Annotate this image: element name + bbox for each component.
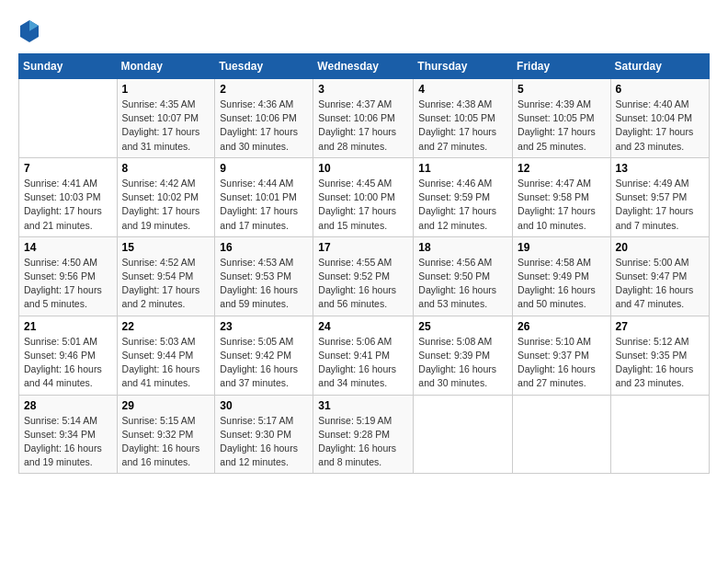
calendar-cell xyxy=(19,79,118,158)
day-info: Sunrise: 5:05 AM Sunset: 9:42 PM Dayligh… xyxy=(220,335,308,391)
day-number: 24 xyxy=(318,320,408,333)
calendar-cell: 11Sunrise: 4:46 AM Sunset: 9:59 PM Dayli… xyxy=(414,157,513,236)
day-number: 22 xyxy=(122,320,210,333)
calendar-cell: 28Sunrise: 5:14 AM Sunset: 9:34 PM Dayli… xyxy=(19,395,118,474)
day-number: 26 xyxy=(518,320,606,333)
week-row-4: 21Sunrise: 5:01 AM Sunset: 9:46 PM Dayli… xyxy=(19,316,710,395)
header xyxy=(18,18,710,44)
day-number: 29 xyxy=(122,399,210,412)
week-row-5: 28Sunrise: 5:14 AM Sunset: 9:34 PM Dayli… xyxy=(19,395,710,474)
col-header-thursday: Thursday xyxy=(414,54,513,79)
page-container: SundayMondayTuesdayWednesdayThursdayFrid… xyxy=(0,0,728,483)
day-info: Sunrise: 4:37 AM Sunset: 10:06 PM Daylig… xyxy=(318,98,408,154)
calendar-cell: 31Sunrise: 5:19 AM Sunset: 9:28 PM Dayli… xyxy=(313,395,414,474)
day-number: 3 xyxy=(318,83,408,96)
calendar-cell: 8Sunrise: 4:42 AM Sunset: 10:02 PM Dayli… xyxy=(117,157,215,236)
week-row-2: 7Sunrise: 4:41 AM Sunset: 10:03 PM Dayli… xyxy=(19,157,710,236)
day-info: Sunrise: 5:17 AM Sunset: 9:30 PM Dayligh… xyxy=(220,414,308,470)
day-number: 8 xyxy=(122,162,210,175)
col-header-saturday: Saturday xyxy=(610,54,709,79)
calendar-cell: 17Sunrise: 4:55 AM Sunset: 9:52 PM Dayli… xyxy=(313,236,414,316)
day-number: 13 xyxy=(616,162,704,175)
day-number: 30 xyxy=(220,399,308,412)
day-number: 2 xyxy=(220,83,308,96)
logo xyxy=(18,18,44,44)
day-number: 1 xyxy=(122,83,210,96)
day-info: Sunrise: 4:56 AM Sunset: 9:50 PM Dayligh… xyxy=(418,256,507,312)
week-row-3: 14Sunrise: 4:50 AM Sunset: 9:56 PM Dayli… xyxy=(19,236,710,316)
calendar-cell: 21Sunrise: 5:01 AM Sunset: 9:46 PM Dayli… xyxy=(19,316,118,395)
calendar-cell: 2Sunrise: 4:36 AM Sunset: 10:06 PM Dayli… xyxy=(215,79,313,158)
day-info: Sunrise: 5:15 AM Sunset: 9:32 PM Dayligh… xyxy=(122,414,210,470)
day-info: Sunrise: 5:01 AM Sunset: 9:46 PM Dayligh… xyxy=(24,335,112,391)
col-header-friday: Friday xyxy=(513,54,611,79)
day-info: Sunrise: 4:53 AM Sunset: 9:53 PM Dayligh… xyxy=(220,256,308,312)
calendar-cell: 29Sunrise: 5:15 AM Sunset: 9:32 PM Dayli… xyxy=(117,395,215,474)
calendar-cell: 18Sunrise: 4:56 AM Sunset: 9:50 PM Dayli… xyxy=(414,236,513,316)
day-number: 6 xyxy=(616,83,704,96)
day-number: 10 xyxy=(318,162,408,175)
day-info: Sunrise: 5:14 AM Sunset: 9:34 PM Dayligh… xyxy=(24,414,112,470)
day-number: 4 xyxy=(418,83,507,96)
day-number: 7 xyxy=(24,162,112,175)
day-number: 12 xyxy=(518,162,606,175)
calendar-cell: 16Sunrise: 4:53 AM Sunset: 9:53 PM Dayli… xyxy=(215,236,313,316)
calendar-cell: 15Sunrise: 4:52 AM Sunset: 9:54 PM Dayli… xyxy=(117,236,215,316)
week-row-1: 1Sunrise: 4:35 AM Sunset: 10:07 PM Dayli… xyxy=(19,79,710,158)
day-info: Sunrise: 4:46 AM Sunset: 9:59 PM Dayligh… xyxy=(418,177,507,233)
day-info: Sunrise: 5:19 AM Sunset: 9:28 PM Dayligh… xyxy=(318,414,408,470)
calendar-cell xyxy=(414,395,513,474)
calendar-cell: 9Sunrise: 4:44 AM Sunset: 10:01 PM Dayli… xyxy=(215,157,313,236)
day-info: Sunrise: 5:00 AM Sunset: 9:47 PM Dayligh… xyxy=(616,256,704,312)
day-number: 21 xyxy=(24,320,112,333)
calendar-cell: 6Sunrise: 4:40 AM Sunset: 10:04 PM Dayli… xyxy=(610,79,709,158)
day-info: Sunrise: 5:08 AM Sunset: 9:39 PM Dayligh… xyxy=(418,335,507,391)
calendar-cell: 27Sunrise: 5:12 AM Sunset: 9:35 PM Dayli… xyxy=(610,316,709,395)
day-number: 11 xyxy=(418,162,507,175)
col-header-tuesday: Tuesday xyxy=(215,54,313,79)
calendar-cell: 10Sunrise: 4:45 AM Sunset: 10:00 PM Dayl… xyxy=(313,157,414,236)
day-info: Sunrise: 4:36 AM Sunset: 10:06 PM Daylig… xyxy=(220,98,308,154)
col-header-monday: Monday xyxy=(117,54,215,79)
calendar-table: SundayMondayTuesdayWednesdayThursdayFrid… xyxy=(18,53,710,474)
logo-icon xyxy=(18,18,40,44)
day-number: 20 xyxy=(616,241,704,254)
day-number: 16 xyxy=(220,241,308,254)
day-info: Sunrise: 4:38 AM Sunset: 10:05 PM Daylig… xyxy=(418,98,507,154)
day-number: 27 xyxy=(616,320,704,333)
day-number: 19 xyxy=(518,241,606,254)
calendar-cell xyxy=(610,395,709,474)
day-info: Sunrise: 4:42 AM Sunset: 10:02 PM Daylig… xyxy=(122,177,210,233)
calendar-cell: 14Sunrise: 4:50 AM Sunset: 9:56 PM Dayli… xyxy=(19,236,118,316)
day-number: 17 xyxy=(318,241,408,254)
calendar-cell: 12Sunrise: 4:47 AM Sunset: 9:58 PM Dayli… xyxy=(513,157,611,236)
day-info: Sunrise: 4:44 AM Sunset: 10:01 PM Daylig… xyxy=(220,177,308,233)
day-info: Sunrise: 4:35 AM Sunset: 10:07 PM Daylig… xyxy=(122,98,210,154)
day-info: Sunrise: 4:55 AM Sunset: 9:52 PM Dayligh… xyxy=(318,256,408,312)
day-number: 5 xyxy=(518,83,606,96)
calendar-cell: 7Sunrise: 4:41 AM Sunset: 10:03 PM Dayli… xyxy=(19,157,118,236)
calendar-cell: 13Sunrise: 4:49 AM Sunset: 9:57 PM Dayli… xyxy=(610,157,709,236)
day-info: Sunrise: 4:47 AM Sunset: 9:58 PM Dayligh… xyxy=(518,177,606,233)
calendar-cell xyxy=(513,395,611,474)
calendar-cell: 5Sunrise: 4:39 AM Sunset: 10:05 PM Dayli… xyxy=(513,79,611,158)
day-number: 23 xyxy=(220,320,308,333)
calendar-cell: 20Sunrise: 5:00 AM Sunset: 9:47 PM Dayli… xyxy=(610,236,709,316)
calendar-cell: 19Sunrise: 4:58 AM Sunset: 9:49 PM Dayli… xyxy=(513,236,611,316)
calendar-cell: 30Sunrise: 5:17 AM Sunset: 9:30 PM Dayli… xyxy=(215,395,313,474)
calendar-cell: 1Sunrise: 4:35 AM Sunset: 10:07 PM Dayli… xyxy=(117,79,215,158)
day-info: Sunrise: 4:41 AM Sunset: 10:03 PM Daylig… xyxy=(24,177,112,233)
day-info: Sunrise: 5:03 AM Sunset: 9:44 PM Dayligh… xyxy=(122,335,210,391)
calendar-cell: 3Sunrise: 4:37 AM Sunset: 10:06 PM Dayli… xyxy=(313,79,414,158)
day-number: 15 xyxy=(122,241,210,254)
col-header-sunday: Sunday xyxy=(19,54,118,79)
day-number: 9 xyxy=(220,162,308,175)
day-number: 25 xyxy=(418,320,507,333)
day-info: Sunrise: 5:10 AM Sunset: 9:37 PM Dayligh… xyxy=(518,335,606,391)
day-number: 14 xyxy=(24,241,112,254)
day-info: Sunrise: 4:58 AM Sunset: 9:49 PM Dayligh… xyxy=(518,256,606,312)
calendar-cell: 26Sunrise: 5:10 AM Sunset: 9:37 PM Dayli… xyxy=(513,316,611,395)
day-info: Sunrise: 5:06 AM Sunset: 9:41 PM Dayligh… xyxy=(318,335,408,391)
day-info: Sunrise: 4:52 AM Sunset: 9:54 PM Dayligh… xyxy=(122,256,210,312)
day-number: 31 xyxy=(318,399,408,412)
